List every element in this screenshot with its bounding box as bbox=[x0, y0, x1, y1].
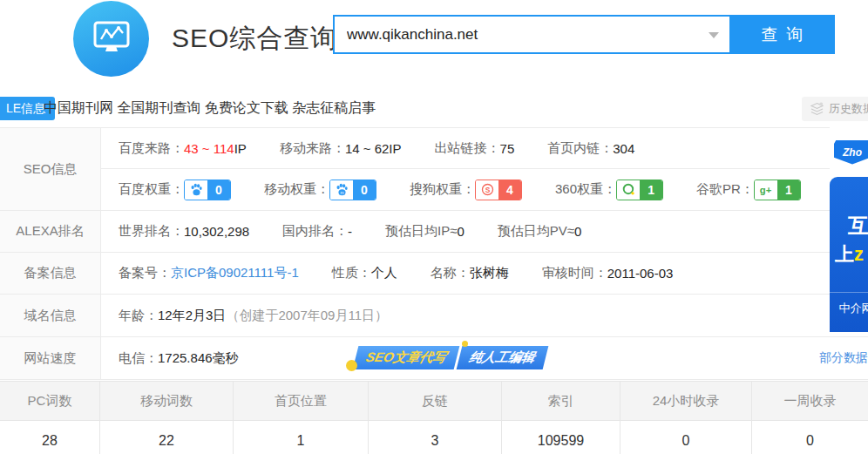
icp-number-link[interactable]: 京ICP备09021111号-1 bbox=[171, 265, 299, 281]
world-rank: 世界排名： 10,302,298 bbox=[119, 223, 249, 240]
domestic-rank: 国内排名： - bbox=[282, 223, 352, 240]
history-data-button[interactable]: 历史数据 bbox=[802, 97, 868, 121]
pair-label: 移动来路： bbox=[280, 140, 345, 157]
seo-sub-rows: 百度来路： 43 ~ 114 IP 移动来路： 14 ~ 62 IP 出站链接：… bbox=[101, 128, 868, 210]
telecom-speed: 电信： 1725.846毫秒 bbox=[119, 350, 239, 367]
360-icon bbox=[617, 180, 640, 200]
google-plus-icon: g+ bbox=[755, 180, 777, 200]
ad-ribbon-text-2: 纯人工编辑 bbox=[456, 346, 548, 369]
est-daily-ip: 预估日均IP≈ 0 bbox=[385, 223, 465, 240]
pair-value: 14 ~ 62 bbox=[345, 141, 389, 156]
query-button[interactable]: 查 询 bbox=[731, 15, 835, 54]
row-label-speed: 网站速度 bbox=[0, 337, 101, 379]
stats-value-pc-words[interactable]: 28 bbox=[0, 421, 100, 454]
stats-value-mobile-words[interactable]: 22 bbox=[100, 421, 234, 454]
stats-value-backlinks[interactable]: 3 bbox=[369, 421, 502, 454]
stats-value-homepage-position[interactable]: 1 bbox=[234, 421, 369, 454]
homepage-internal-links: 首页内链： 304 bbox=[547, 140, 634, 157]
badge-value: 0 bbox=[353, 180, 376, 200]
stats-table: PC词数 移动词数 首页位置 反链 索引 24小时收录 一周收录 28 22 1… bbox=[0, 381, 868, 454]
page-title: SEO综合查询 bbox=[172, 21, 337, 57]
pair-label: 年龄： bbox=[119, 308, 158, 324]
pair-label: 名称： bbox=[431, 265, 470, 281]
stats-header-homepage-position: 首页位置 bbox=[234, 382, 369, 421]
table-row-alexa: ALEXA排名 世界排名： 10,302,298 国内排名： - 预估日均IP≈… bbox=[0, 211, 868, 253]
stats-value-row: 28 22 1 3 109599 0 0 bbox=[0, 421, 868, 454]
table-row-domain: 域名信息 年龄： 12年2月3日 （创建于2007年09月11日） bbox=[0, 295, 868, 337]
url-input[interactable] bbox=[335, 17, 729, 52]
pair-value: 12年2月3日 bbox=[158, 308, 226, 324]
banner-body: 互 上z 中介网 bbox=[830, 177, 868, 332]
ad-ribbon-text-1: SEO文章代写 bbox=[353, 346, 459, 369]
google-pr: 谷歌PR： g+ 1 bbox=[696, 180, 801, 200]
stats-value-week-included[interactable]: 0 bbox=[752, 421, 868, 454]
pair-label: 百度权重： bbox=[119, 181, 184, 198]
badge-value: 4 bbox=[498, 180, 521, 200]
sogou-icon: S bbox=[476, 180, 498, 200]
sogou-weight-badge[interactable]: S 4 bbox=[475, 180, 522, 200]
pair-label: 备案号： bbox=[119, 265, 171, 281]
stats-header-row: PC词数 移动词数 首页位置 反链 索引 24小时收录 一周收录 bbox=[0, 382, 868, 421]
table-row-icp: 备案信息 备案号： 京ICP备09021111号-1 性质： 个人 名称： 张树… bbox=[0, 253, 868, 295]
speed-content: 电信： 1725.846毫秒 SEO文章代写 纯人工编辑 部分数据维度较小，无法 bbox=[101, 337, 868, 379]
pair-label: 谷歌PR： bbox=[696, 181, 754, 198]
site-title-text: 中国期刊网 全国期刊查询 免费论文下载 杂志征稿启事 bbox=[44, 99, 376, 118]
pair-label: 出站链接： bbox=[435, 140, 500, 157]
baidu-traffic: 百度来路： 43 ~ 114 IP bbox=[119, 140, 247, 157]
pair-label: 首页内链： bbox=[547, 140, 613, 157]
banner-line2-prefix: 上 bbox=[835, 243, 854, 265]
icp-nature: 性质： 个人 bbox=[332, 265, 397, 281]
baidu-weight-badge[interactable]: 0 bbox=[184, 180, 231, 200]
layers-icon bbox=[810, 102, 824, 117]
360-weight-badge[interactable]: 1 bbox=[616, 180, 663, 200]
row-label-icp: 备案信息 bbox=[0, 253, 101, 294]
stats-header-backlinks: 反链 bbox=[369, 382, 502, 421]
360-weight: 360权重： 1 bbox=[555, 180, 663, 200]
baidu-paw-icon bbox=[185, 180, 207, 200]
pair-value: 张树梅 bbox=[470, 265, 509, 281]
app-logo bbox=[73, 1, 149, 77]
banner-text-line2: 上z bbox=[835, 241, 864, 268]
seo-query-page: SEO综合查询 查 询 LE信息 中国期刊网 全国期刊查询 免费论文下载 杂志征… bbox=[0, 0, 868, 454]
outbound-links: 出站链接： 75 bbox=[435, 140, 515, 157]
stats-header-index: 索引 bbox=[502, 382, 620, 421]
table-row-speed: 网站速度 电信： 1725.846毫秒 SEO文章代写 纯人工编辑 部分数据维度… bbox=[0, 337, 868, 380]
google-pr-badge[interactable]: g+ 1 bbox=[754, 180, 801, 200]
domain-age: 年龄： 12年2月3日 （创建于2007年09月11日） bbox=[119, 308, 388, 324]
row-label-domain: 域名信息 bbox=[0, 295, 101, 336]
pair-label: 预估日均IP≈ bbox=[385, 223, 457, 240]
pair-label: 国内排名： bbox=[282, 223, 348, 240]
sogou-weight: 搜狗权重： S 4 bbox=[410, 180, 522, 200]
monitor-chart-icon bbox=[91, 18, 132, 60]
stats-value-index[interactable]: 109599 bbox=[502, 421, 620, 454]
pair-label: 搜狗权重： bbox=[410, 181, 475, 198]
row-label-alexa: ALEXA排名 bbox=[0, 211, 101, 252]
side-banner-ad[interactable]: Zho 互 上z 中介网 bbox=[830, 127, 868, 332]
shield-logo-icon: Zho bbox=[834, 140, 868, 165]
pair-value: 1725.846毫秒 bbox=[158, 350, 239, 367]
row-label-seo: SEO信息 bbox=[0, 128, 101, 210]
domain-created-note: （创建于2007年09月11日） bbox=[226, 308, 388, 324]
pair-value: 0 bbox=[457, 224, 464, 239]
ad-ribbon[interactable]: SEO文章代写 纯人工编辑 bbox=[353, 346, 548, 369]
table-row-seo: SEO信息 百度来路： 43 ~ 114 IP 移动来路： 14 ~ 62 IP… bbox=[0, 128, 868, 211]
data-notice-link[interactable]: 部分数据维度较小，无法 bbox=[819, 350, 868, 366]
banner-line2-highlight: z bbox=[854, 243, 864, 265]
baidu-weight: 百度权重： 0 bbox=[119, 180, 231, 200]
pair-label: 世界排名： bbox=[119, 223, 184, 240]
icp-review-date: 审核时间： 2011-06-03 bbox=[542, 265, 674, 281]
pair-value: 304 bbox=[613, 141, 634, 156]
stats-value-24h-included[interactable]: 0 bbox=[620, 421, 752, 454]
alexa-content: 世界排名： 10,302,298 国内排名： - 预估日均IP≈ 0 预估日均P… bbox=[101, 211, 868, 252]
pair-suffix: IP bbox=[389, 141, 401, 156]
ribbon-dot-big bbox=[346, 360, 357, 371]
mobile-weight: 移动权重： m bbox=[264, 180, 376, 200]
chevron-down-icon[interactable] bbox=[709, 32, 719, 38]
history-button-label: 历史数据 bbox=[829, 101, 868, 117]
est-daily-pv: 预估日均PV≈ 0 bbox=[498, 223, 582, 240]
mobile-weight-badge[interactable]: m 0 bbox=[329, 180, 376, 200]
banner-text-line1: 互 bbox=[848, 212, 868, 240]
pair-value: 75 bbox=[500, 141, 515, 156]
seo-weight-row: 百度权重： 0 bbox=[101, 169, 868, 210]
pair-label: 360权重： bbox=[555, 181, 616, 198]
